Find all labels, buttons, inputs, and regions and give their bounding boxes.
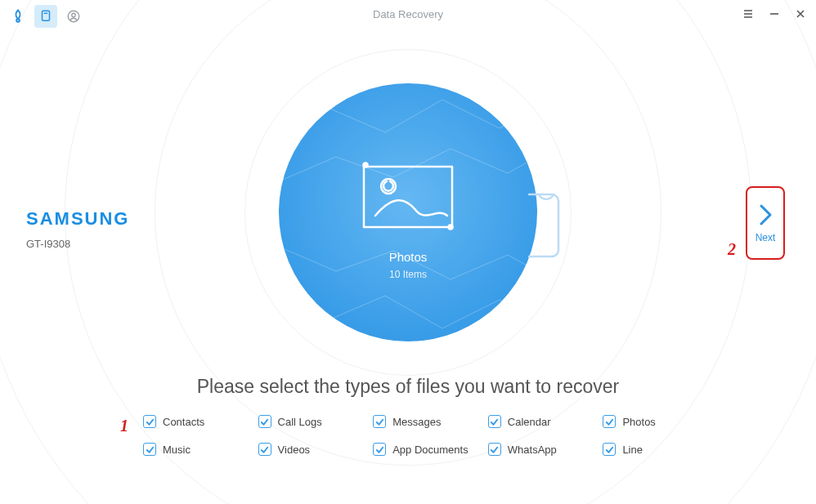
- checkbox-icon: [488, 415, 501, 428]
- file-type-option[interactable]: Line: [603, 443, 718, 456]
- annotation-2: 2: [728, 240, 736, 259]
- file-type-grid: ContactsCall LogsMessagesCalendarPhotosM…: [143, 415, 718, 456]
- checkbox-icon: [603, 415, 616, 428]
- next-label: Next: [755, 232, 776, 243]
- file-type-option[interactable]: Calendar: [488, 415, 603, 428]
- file-type-label: Photos: [622, 416, 655, 428]
- checkbox-icon: [143, 415, 156, 428]
- window-controls: [742, 8, 806, 20]
- file-type-label: Line: [622, 444, 643, 456]
- file-type-label: Contacts: [163, 416, 204, 428]
- checkbox-icon: [258, 415, 271, 428]
- category-card[interactable]: Photos 10 Items: [279, 83, 537, 341]
- file-type-option[interactable]: Music: [143, 443, 258, 456]
- file-type-label: Calendar: [508, 416, 551, 428]
- pattern-overlay: [279, 83, 537, 341]
- checkbox-icon: [143, 443, 156, 456]
- checkbox-icon: [373, 415, 386, 428]
- file-type-option[interactable]: Messages: [373, 415, 488, 428]
- next-button[interactable]: Next: [746, 186, 785, 260]
- minimize-button[interactable]: [769, 8, 780, 20]
- title-bar: Data Recovery: [0, 0, 816, 33]
- file-type-label: WhatsApp: [508, 444, 557, 456]
- file-type-option[interactable]: App Documents: [373, 443, 488, 456]
- device-brand: SAMSUNG: [26, 208, 129, 230]
- file-type-option[interactable]: Contacts: [143, 415, 258, 428]
- instruction-heading: Please select the types of files you wan…: [0, 376, 816, 398]
- checkbox-icon: [373, 443, 386, 456]
- file-type-option[interactable]: WhatsApp: [488, 443, 603, 456]
- file-type-label: Videos: [278, 444, 311, 456]
- file-type-option[interactable]: Call Logs: [258, 415, 374, 428]
- file-type-option[interactable]: Photos: [603, 415, 718, 428]
- file-type-label: Call Logs: [278, 416, 322, 428]
- category-count: 10 Items: [389, 269, 427, 280]
- chevron-right-icon: [755, 203, 775, 227]
- file-type-label: Music: [163, 444, 191, 456]
- window-title: Data Recovery: [0, 8, 816, 20]
- device-model: GT-I9308: [26, 238, 129, 250]
- checkbox-icon: [488, 443, 501, 456]
- app-window: Data Recovery SAMSUNG GT-I9308: [0, 0, 816, 504]
- device-info: SAMSUNG GT-I9308: [26, 208, 129, 250]
- menu-icon[interactable]: [742, 8, 754, 20]
- checkbox-icon: [603, 443, 616, 456]
- close-button[interactable]: [795, 8, 806, 20]
- adjacent-card-peek[interactable]: [527, 190, 560, 261]
- annotation-1: 1: [120, 417, 128, 435]
- file-type-label: Messages: [392, 416, 441, 428]
- file-type-label: App Documents: [392, 444, 469, 456]
- checkbox-icon: [258, 443, 271, 456]
- file-type-option[interactable]: Videos: [258, 443, 374, 456]
